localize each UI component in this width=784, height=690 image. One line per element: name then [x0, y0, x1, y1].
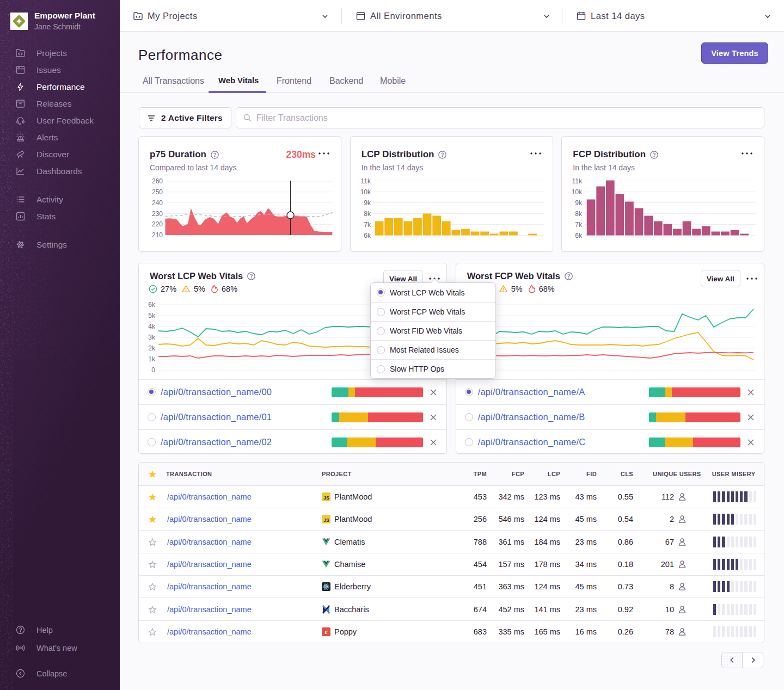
svg-text:8k: 8k [575, 210, 583, 218]
svg-text:230: 230 [152, 210, 163, 218]
svg-text:260: 260 [152, 177, 163, 185]
svg-text:220: 220 [152, 220, 163, 228]
svg-text:9k: 9k [364, 199, 371, 207]
svg-text:2k: 2k [148, 344, 156, 352]
svg-text:5k: 5k [148, 312, 156, 319]
svg-text:9k: 9k [575, 199, 583, 207]
svg-text:10k: 10k [360, 188, 371, 196]
svg-text:240: 240 [152, 199, 163, 207]
svg-text:JS: JS [323, 495, 329, 501]
svg-text:3k: 3k [148, 334, 156, 341]
svg-text:250: 250 [152, 188, 163, 196]
svg-text:10k: 10k [572, 188, 583, 196]
svg-text:1k: 1k [148, 355, 156, 363]
svg-text:0: 0 [151, 366, 155, 374]
svg-text:e: e [324, 629, 327, 636]
svg-text:6k: 6k [575, 232, 583, 239]
svg-text:6k: 6k [364, 232, 371, 239]
svg-text:11k: 11k [360, 177, 371, 185]
svg-text:210: 210 [152, 231, 163, 239]
svg-text:6k: 6k [148, 301, 156, 309]
svg-text:7k: 7k [364, 221, 371, 229]
svg-text:8k: 8k [364, 210, 371, 218]
svg-text:7k: 7k [575, 221, 583, 229]
svg-text:JS: JS [323, 518, 329, 523]
svg-text:4k: 4k [148, 323, 156, 330]
svg-text:11k: 11k [572, 177, 583, 185]
